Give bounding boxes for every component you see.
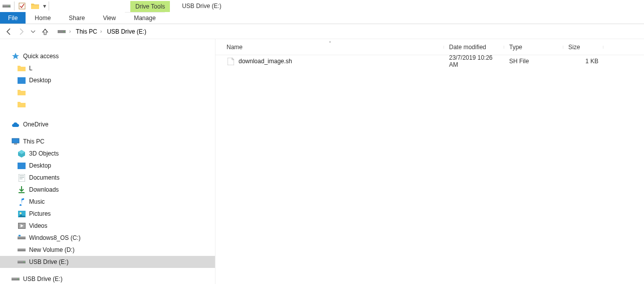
svg-rect-14 [19, 192, 25, 193]
usb-drive-icon [11, 274, 20, 283]
svg-point-2 [9, 6, 10, 7]
svg-point-5 [64, 31, 65, 32]
tree-pictures[interactable]: Pictures [0, 208, 215, 220]
svg-rect-11 [20, 176, 24, 176]
desktop-icon [17, 161, 26, 170]
svg-rect-7 [12, 138, 19, 143]
file-name: download_image.sh [239, 58, 292, 65]
svg-rect-23 [18, 248, 26, 249]
folder-icon [17, 64, 26, 73]
tree-qa-item[interactable]: L [0, 62, 215, 74]
tree-downloads[interactable]: Downloads [0, 184, 215, 196]
svg-rect-20 [18, 236, 26, 237]
drive-icon [57, 28, 66, 35]
chevron-right-icon[interactable]: › [66, 29, 72, 34]
breadcrumb-this-pc[interactable]: This PC › [74, 26, 105, 38]
download-icon [17, 185, 26, 194]
file-size: 1 KB [563, 58, 603, 65]
ribbon-tabs: File Home Share View Manage [0, 12, 644, 24]
svg-rect-28 [12, 277, 20, 278]
tree-label: Videos [29, 222, 47, 229]
window-title: USB Drive (E:) [182, 3, 222, 10]
svg-rect-21 [19, 235, 21, 236]
tree-drive-c[interactable]: Windows8_OS (C:) [0, 232, 215, 244]
tree-music[interactable]: Music [0, 196, 215, 208]
tree-drive-e-external[interactable]: USB Drive (E:) [0, 273, 215, 284]
column-date-modified[interactable]: Date modified [444, 44, 504, 51]
videos-icon [17, 221, 26, 230]
file-type: SH File [504, 58, 563, 65]
tree-qa-item[interactable] [0, 86, 215, 98]
up-button[interactable] [39, 26, 51, 38]
quick-access-toolbar: ▾ [0, 0, 50, 12]
content-area: Quick access L Desktop OneDrive This PC [0, 39, 644, 284]
tree-label: Pictures [29, 210, 51, 217]
contextual-tab-group: Drive Tools [130, 0, 170, 12]
tree-this-pc[interactable]: This PC [0, 135, 215, 148]
svg-rect-8 [14, 144, 17, 145]
tree-label: 3D Objects [29, 150, 59, 157]
column-label: Type [509, 44, 522, 51]
file-row[interactable]: download_image.sh 23/7/2019 10:26 AM SH … [216, 55, 644, 67]
tree-documents[interactable]: Documents [0, 172, 215, 184]
properties-icon[interactable] [18, 2, 27, 11]
svg-rect-12 [20, 177, 24, 178]
tree-drive-e[interactable]: USB Drive (E:) [0, 256, 215, 268]
drive-icon [17, 245, 26, 254]
qat-divider-2 [49, 2, 49, 11]
tree-label: OneDrive [23, 121, 49, 128]
tab-view[interactable]: View [94, 12, 125, 24]
column-name[interactable]: ˄ Name [216, 44, 444, 51]
tab-home[interactable]: Home [26, 12, 60, 24]
cloud-icon [11, 120, 20, 129]
tree-label: Music [29, 198, 45, 205]
svg-rect-25 [18, 260, 26, 261]
breadcrumb-location[interactable]: USB Drive (E:) [105, 26, 148, 38]
new-folder-icon[interactable] [31, 2, 40, 11]
folder-icon [17, 88, 26, 97]
tab-manage[interactable]: Manage [125, 12, 164, 24]
title-bar: ▾ Drive Tools USB Drive (E:) [0, 0, 644, 12]
svg-rect-6 [18, 77, 26, 84]
column-headers: ˄ Name Date modified Type Size [216, 39, 644, 55]
file-name-cell: download_image.sh [216, 57, 444, 65]
svg-rect-13 [20, 179, 23, 179]
tree-quick-access[interactable]: Quick access [0, 50, 215, 62]
tree-desktop[interactable]: Desktop [0, 74, 215, 86]
tree-drive-d[interactable]: New Volume (D:) [0, 244, 215, 256]
breadcrumb-label: USB Drive (E:) [107, 28, 146, 35]
tree-qa-item[interactable] [0, 98, 215, 110]
svg-rect-9 [18, 163, 26, 169]
recent-locations-button[interactable] [27, 26, 39, 38]
tree-videos[interactable]: Videos [0, 220, 215, 232]
folder-icon [17, 100, 26, 109]
back-button[interactable] [3, 26, 15, 38]
music-icon [17, 197, 26, 206]
tree-onedrive[interactable]: OneDrive [0, 118, 215, 130]
svg-rect-3 [19, 3, 25, 9]
file-icon [227, 57, 235, 65]
tree-tp-desktop[interactable]: Desktop [0, 160, 215, 172]
pictures-icon [17, 209, 26, 218]
breadcrumb-root[interactable]: › [55, 26, 74, 38]
breadcrumb[interactable]: › This PC › USB Drive (E:) [53, 26, 641, 38]
column-size[interactable]: Size [563, 44, 603, 51]
tree-label: Downloads [29, 186, 59, 193]
chevron-right-icon[interactable]: › [97, 29, 103, 34]
tree-3d-objects[interactable]: 3D Objects [0, 148, 215, 160]
drive-icon [2, 2, 11, 11]
documents-icon [17, 173, 26, 182]
navigation-pane[interactable]: Quick access L Desktop OneDrive This PC [0, 39, 216, 284]
breadcrumb-label: This PC [76, 28, 97, 35]
tree-label: Documents [29, 174, 60, 181]
svg-point-26 [24, 261, 25, 262]
star-icon [11, 52, 20, 61]
sort-ascending-icon: ˄ [329, 41, 331, 46]
column-type[interactable]: Type [504, 44, 563, 51]
file-list-pane: ˄ Name Date modified Type Size [216, 39, 644, 284]
tree-label: Windows8_OS (C:) [29, 234, 81, 241]
tab-file[interactable]: File [0, 12, 26, 24]
forward-button[interactable] [15, 26, 27, 38]
tab-share[interactable]: Share [60, 12, 94, 24]
qat-dropdown-icon[interactable]: ▾ [42, 3, 48, 10]
